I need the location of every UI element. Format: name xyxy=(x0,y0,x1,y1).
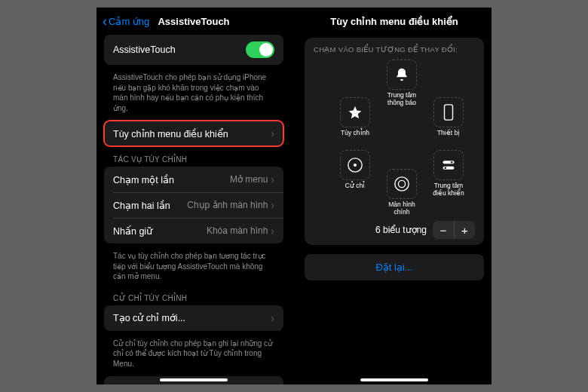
create-gesture-label: Tạo cử chỉ mới... xyxy=(113,312,185,323)
svg-point-3 xyxy=(395,177,409,191)
control-center-icon xyxy=(433,150,464,180)
customize-label: Tùy chỉnh menu điều khiển xyxy=(113,128,228,139)
chevron-right-icon: › xyxy=(271,199,274,211)
toggle-card: AssistiveTouch xyxy=(104,35,283,65)
icon-item-custom[interactable]: Tùy chỉnh xyxy=(333,97,377,137)
stepper-minus-button[interactable]: − xyxy=(433,221,454,239)
nav-bar: ‹ Cảm ứng AssistiveTouch xyxy=(96,8,291,35)
page-title: Tùy chỉnh menu điều khiển xyxy=(330,16,458,27)
icon-item-home[interactable]: Màn hình chính xyxy=(380,169,424,216)
long-press-row[interactable]: Nhấn giữ Khóa màn hình› xyxy=(104,218,283,243)
svg-rect-0 xyxy=(445,105,453,120)
single-tap-row[interactable]: Chạm một lần Mở menu› xyxy=(104,167,283,192)
idle-opacity-value: 40% xyxy=(250,384,268,384)
icon-item-notification[interactable]: Trung tâm thông báo xyxy=(380,60,424,107)
icon-item-control[interactable]: Trung tâm điều khiển xyxy=(427,150,470,198)
icon-grid-card: CHẠM VÀO BIỂU TƯỢNG ĐỂ THAY ĐỔI: Trung t… xyxy=(305,38,484,245)
nav-bar: Tùy chỉnh menu điều khiển xyxy=(297,8,492,35)
bell-icon xyxy=(387,60,417,90)
icon-count-row: 6 biểu tượng − + xyxy=(311,218,478,239)
home-icon xyxy=(387,169,417,199)
icon-grid: Trung tâm thông báo Tùy chỉnh Thiết bị xyxy=(311,60,478,218)
toggle-description: AssistiveTouch cho phép bạn sử dụng iPho… xyxy=(104,69,283,121)
svg-point-4 xyxy=(398,180,405,187)
back-button[interactable]: ‹ Cảm ứng xyxy=(103,14,149,28)
device-icon xyxy=(433,97,464,127)
home-indicator[interactable] xyxy=(160,378,228,381)
gestures-icon xyxy=(340,150,370,180)
chevron-right-icon: › xyxy=(271,127,274,139)
back-label: Cảm ứng xyxy=(109,16,149,27)
svg-point-6 xyxy=(451,161,453,164)
icon-item-gestures[interactable]: Cử chỉ xyxy=(333,150,377,190)
gestures-card: Tạo cử chỉ mới... › xyxy=(104,305,283,331)
create-gesture-row[interactable]: Tạo cử chỉ mới... › xyxy=(104,305,283,331)
chevron-right-icon: › xyxy=(271,383,274,384)
icon-count-stepper: − + xyxy=(433,221,475,239)
idle-opacity-label: Độ mờ khi không dùng xyxy=(113,384,209,385)
reset-button[interactable]: Đặt lại... xyxy=(305,254,484,280)
long-press-label: Nhấn giữ xyxy=(113,225,152,237)
icon-label: Cử chỉ xyxy=(345,182,365,190)
left-phone: ‹ Cảm ứng AssistiveTouch AssistiveTouch … xyxy=(96,8,291,384)
section-custom-actions: TÁC VỤ TÙY CHỈNH xyxy=(104,151,283,167)
icon-label: Thiết bị xyxy=(437,130,460,137)
single-tap-label: Chạm một lần xyxy=(113,174,174,185)
page-title: AssistiveTouch xyxy=(158,16,229,27)
svg-point-8 xyxy=(445,167,447,169)
double-tap-row[interactable]: Chạm hai lần Chụp ảnh màn hình› xyxy=(104,192,283,218)
icon-label: Tùy chỉnh xyxy=(341,130,369,137)
custom-actions-card: Chạm một lần Mở menu› Chạm hai lần Chụp … xyxy=(104,167,283,243)
custom-actions-description: Tác vụ tùy chỉnh cho phép bạn tương tác … xyxy=(104,248,283,289)
reset-label: Đặt lại... xyxy=(375,262,412,273)
chevron-right-icon: › xyxy=(271,312,274,324)
toggle-label: AssistiveTouch xyxy=(113,44,176,55)
customize-menu-row[interactable]: Tùy chỉnh menu điều khiển › xyxy=(104,121,283,146)
chevron-left-icon: ‹ xyxy=(103,14,107,28)
home-indicator[interactable] xyxy=(360,378,428,381)
icon-label: Trung tâm thông báo xyxy=(387,92,416,107)
chevron-right-icon: › xyxy=(271,173,274,185)
double-tap-value: Chụp ảnh màn hình xyxy=(187,200,268,210)
icon-label: Màn hình chính xyxy=(380,201,424,216)
section-gestures: CỬ CHỈ TÙY CHỈNH xyxy=(104,289,283,305)
assistivetouch-toggle[interactable] xyxy=(246,41,274,58)
gestures-description: Cử chỉ tùy chỉnh cho phép bạn ghi lại nh… xyxy=(104,335,283,377)
double-tap-label: Chạm hai lần xyxy=(113,200,170,211)
icon-count-label: 6 biểu tượng xyxy=(375,225,427,235)
right-phone: Tùy chỉnh menu điều khiển CHẠM VÀO BIỂU … xyxy=(297,8,492,384)
grid-header: CHẠM VÀO BIỂU TƯỢNG ĐỂ THAY ĐỔI: xyxy=(311,45,478,60)
chevron-right-icon: › xyxy=(271,225,274,237)
stepper-plus-button[interactable]: + xyxy=(454,221,475,239)
assistivetouch-toggle-row[interactable]: AssistiveTouch xyxy=(104,35,283,65)
icon-label: Trung tâm điều khiển xyxy=(433,182,464,198)
svg-point-2 xyxy=(354,164,357,167)
single-tap-value: Mở menu xyxy=(230,174,268,185)
star-icon xyxy=(340,97,370,127)
long-press-value: Khóa màn hình xyxy=(207,225,268,236)
icon-item-device[interactable]: Thiết bị xyxy=(427,97,470,137)
